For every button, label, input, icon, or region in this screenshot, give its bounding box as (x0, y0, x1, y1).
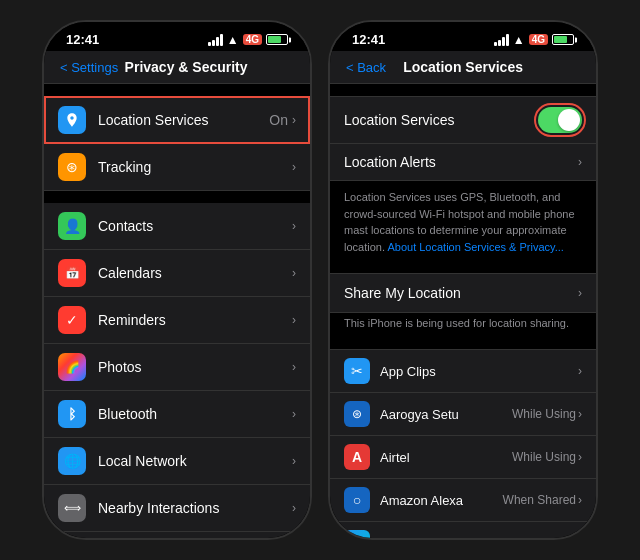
location-services-chevron: › (292, 113, 296, 127)
left-nav-bar: < Settings Privacy & Security (44, 51, 310, 84)
reminders-label: Reminders (98, 312, 292, 328)
aarogya-setu-chevron: › (578, 407, 582, 421)
right-screen-content: Location Services ↙ Location Alerts › Lo… (330, 84, 596, 538)
share-location-section: Share My Location › (330, 273, 596, 313)
tracking-chevron: › (292, 160, 296, 174)
location-alerts-label: Location Alerts (344, 154, 578, 170)
left-status-icons: ▲ 4G (208, 33, 288, 47)
airtel-row[interactable]: A Airtel While Using › (330, 436, 596, 479)
left-screen-content: Location Services On › ↑ ⊛ Tracking › 👤 … (44, 84, 310, 538)
app-clips-row[interactable]: ✂ App Clips › (330, 350, 596, 393)
app-store-chevron: › (578, 536, 582, 538)
location-toggle[interactable] (538, 107, 582, 133)
app-store-icon: A (344, 530, 370, 538)
left-phone: 12:41 ▲ 4G < Settings Privacy & Security (42, 20, 312, 540)
wifi-icon: ▲ (227, 33, 239, 47)
nearby-interactions-label: Nearby Interactions (98, 500, 292, 516)
contacts-label: Contacts (98, 218, 292, 234)
right-battery-icon (552, 34, 574, 45)
contacts-row[interactable]: 👤 Contacts › (44, 203, 310, 250)
right-phone: 12:41 ▲ 4G < Back Location Services Loca… (328, 20, 598, 540)
app-store-row[interactable]: A App Store While Using › (330, 522, 596, 538)
calendars-chevron: › (292, 266, 296, 280)
amazon-alexa-status: When Shared (503, 493, 576, 507)
airtel-status: While Using (512, 450, 576, 464)
settings-back-button[interactable]: < Settings (60, 60, 118, 75)
app-store-status: While Using (512, 536, 576, 538)
photos-chevron: › (292, 360, 296, 374)
left-nav-title: Privacy & Security (118, 59, 254, 75)
right-nav-bar: < Back Location Services (330, 51, 596, 84)
photos-label: Photos (98, 359, 292, 375)
local-network-label: Local Network (98, 453, 292, 469)
local-network-row[interactable]: 🌐 Local Network › (44, 438, 310, 485)
amazon-alexa-chevron: › (578, 493, 582, 507)
signal-icon (208, 34, 223, 46)
microphone-row[interactable]: 🎙 Microphone › (44, 532, 310, 538)
right-status-icons: ▲ 4G (494, 33, 574, 47)
app-clips-chevron: › (578, 364, 582, 378)
bluetooth-row[interactable]: ᛒ Bluetooth › (44, 391, 310, 438)
location-alerts-chevron: › (578, 155, 582, 169)
amazon-alexa-row[interactable]: ○ Amazon Alexa When Shared › (330, 479, 596, 522)
calendars-row[interactable]: 📅 Calendars › (44, 250, 310, 297)
contacts-chevron: › (292, 219, 296, 233)
reminders-row[interactable]: ✓ Reminders › (44, 297, 310, 344)
share-location-chevron: › (578, 286, 582, 300)
share-my-location-row[interactable]: Share My Location › (330, 274, 596, 312)
bluetooth-label: Bluetooth (98, 406, 292, 422)
app-clips-icon: ✂ (344, 358, 370, 384)
bluetooth-chevron: › (292, 407, 296, 421)
aarogya-setu-name: Aarogya Setu (380, 407, 512, 422)
bluetooth-icon: ᛒ (58, 400, 86, 428)
nearby-interactions-chevron: › (292, 501, 296, 515)
battery-icon (266, 34, 288, 45)
aarogya-setu-status: While Using (512, 407, 576, 421)
network-badge: 4G (243, 34, 262, 45)
amazon-alexa-name: Amazon Alexa (380, 493, 503, 508)
app-clips-name: App Clips (380, 364, 578, 379)
share-description: This iPhone is being used for location s… (330, 313, 596, 337)
calendars-label: Calendars (98, 265, 292, 281)
location-alerts-row[interactable]: Location Alerts › (330, 144, 596, 180)
right-status-bar: 12:41 ▲ 4G (330, 22, 596, 51)
left-status-bar: 12:41 ▲ 4G (44, 22, 310, 51)
location-description: Location Services uses GPS, Bluetooth, a… (330, 181, 596, 267)
local-network-icon: 🌐 (58, 447, 86, 475)
back-button[interactable]: < Back (346, 60, 386, 75)
separator (44, 191, 310, 203)
calendars-icon: 📅 (58, 259, 86, 287)
right-network-badge: 4G (529, 34, 548, 45)
airtel-chevron: › (578, 450, 582, 464)
description-link[interactable]: About Location Services & Privacy... (387, 241, 564, 253)
right-time: 12:41 (352, 32, 385, 47)
tracking-label: Tracking (98, 159, 292, 175)
right-wifi-icon: ▲ (513, 33, 525, 47)
amazon-alexa-icon: ○ (344, 487, 370, 513)
location-services-label: Location Services (98, 112, 269, 128)
left-time: 12:41 (66, 32, 99, 47)
app-store-name: App Store (380, 536, 512, 539)
aarogya-setu-icon: ⊛ (344, 401, 370, 427)
nearby-interactions-row[interactable]: ⟺ Nearby Interactions › (44, 485, 310, 532)
location-services-icon (58, 106, 86, 134)
right-signal-icon (494, 34, 509, 46)
airtel-name: Airtel (380, 450, 512, 465)
photos-row[interactable]: 🌈 Photos › (44, 344, 310, 391)
local-network-chevron: › (292, 454, 296, 468)
contacts-icon: 👤 (58, 212, 86, 240)
photos-icon: 🌈 (58, 353, 86, 381)
share-my-location-label: Share My Location (344, 285, 578, 301)
left-settings-list: Location Services On › ↑ ⊛ Tracking › 👤 … (44, 96, 310, 538)
tracking-icon: ⊛ (58, 153, 86, 181)
airtel-icon: A (344, 444, 370, 470)
aarogya-setu-row[interactable]: ⊛ Aarogya Setu While Using › (330, 393, 596, 436)
location-toggle-row[interactable]: Location Services ↙ (330, 97, 596, 144)
toggle-knob (558, 109, 580, 131)
nearby-interactions-icon: ⟺ (58, 494, 86, 522)
tracking-row[interactable]: ⊛ Tracking › (44, 144, 310, 191)
location-services-section: Location Services ↙ Location Alerts › (330, 96, 596, 181)
right-nav-title: Location Services (386, 59, 540, 75)
location-services-row[interactable]: Location Services On › ↑ (44, 96, 310, 144)
app-list: ✂ App Clips › ⊛ Aarogya Setu While Using… (330, 349, 596, 538)
